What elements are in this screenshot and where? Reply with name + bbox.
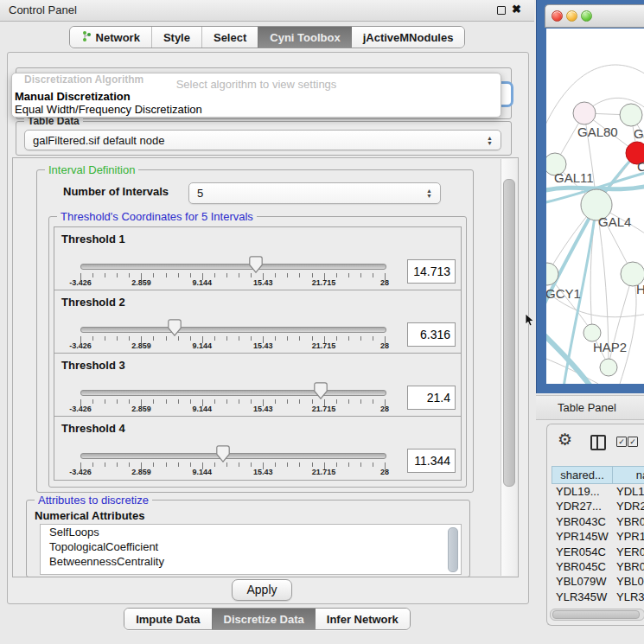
dropdown-placeholder-item[interactable]: Select algorithm to view settings [12, 78, 501, 91]
threshold-value-input[interactable] [407, 259, 456, 284]
table-cell[interactable]: YBR043C [552, 515, 616, 528]
table-cell[interactable]: YPR145W [552, 530, 616, 543]
slider-tick [360, 399, 361, 404]
vertical-scrollbar-thumb[interactable] [503, 179, 515, 487]
table-row: YIL052CYIL052C [552, 605, 644, 607]
table-cell[interactable]: YBR045C [616, 560, 644, 573]
checkbox-b-icon[interactable]: ✓ [628, 437, 638, 447]
number-of-intervals-combobox[interactable]: 5 ▲▼ [188, 182, 441, 204]
slider-tick [178, 462, 179, 467]
slider-tick [251, 462, 252, 467]
table-cell[interactable]: YDR27... [552, 500, 616, 513]
table-cell[interactable]: YIL052C [552, 605, 616, 607]
table-cell[interactable]: YIL052C [616, 605, 644, 607]
slider-tick [299, 399, 300, 404]
horizontal-scrollbar-thumb[interactable] [552, 610, 640, 619]
table-cell[interactable]: YBL079W [616, 575, 644, 588]
table-cell[interactable]: YER054C [552, 545, 616, 558]
slider-thumb[interactable] [168, 319, 182, 340]
apply-button[interactable]: Apply [232, 579, 292, 601]
slider-thumb[interactable] [216, 445, 230, 466]
slider-tick [92, 273, 93, 277]
slider-tick [226, 462, 227, 467]
table-row: YBR045CYBR045C [552, 560, 644, 575]
column-header[interactable]: shared... [552, 466, 613, 484]
slider-track[interactable] [80, 390, 386, 396]
table-row: YBL079WYBL079W [552, 575, 644, 590]
threshold-label: Threshold 3 [61, 359, 125, 372]
network-window-titlebar[interactable] [545, 4, 644, 28]
numerical-attributes-list[interactable]: SelfLoopsTopologicalCoefficientBetweenne… [40, 524, 462, 575]
dropdown-item-manual-discretization[interactable]: Manual Discretization [15, 90, 497, 103]
tab-impute-data[interactable]: Impute Data [124, 609, 211, 629]
threshold-value-input[interactable] [407, 386, 456, 410]
tab-cyni-toolbox[interactable]: Cyni Toolbox [258, 27, 351, 48]
slider-tick [299, 462, 300, 467]
close-icon[interactable]: ✖ [512, 3, 521, 16]
slider-tick [239, 336, 239, 341]
network-node[interactable] [573, 102, 596, 124]
slider-thumb[interactable] [314, 382, 328, 403]
minimize-traffic-light-icon[interactable] [566, 10, 577, 22]
attribute-list-item[interactable]: BetweennessCentrality [41, 554, 461, 569]
network-node[interactable] [600, 359, 617, 376]
tab-infer-network[interactable]: Infer Network [316, 609, 410, 629]
slider-track[interactable] [80, 453, 386, 459]
horizontal-scrollbar[interactable] [550, 609, 644, 621]
attribute-list-item[interactable]: TopologicalCoefficient [41, 539, 461, 554]
slider-tick [287, 336, 288, 341]
table-cell[interactable]: YLR345W [552, 590, 616, 603]
network-canvas[interactable]: GAL80GACGAL11GAL4GCY1HHAP2 [546, 29, 644, 384]
table-cell[interactable]: YBR043C [616, 515, 644, 528]
threshold-value-input[interactable] [407, 449, 456, 473]
network-node[interactable] [583, 324, 601, 341]
slider-tick [251, 273, 252, 277]
slider-tick [312, 336, 313, 341]
tab-network[interactable]: Network [70, 27, 151, 48]
attributes-list-scrollbar-thumb[interactable] [448, 527, 458, 572]
slider-tick-label: 2.859 [131, 278, 151, 287]
table-cell[interactable]: YER054C [616, 545, 644, 558]
gear-icon[interactable]: ⚙ [558, 431, 572, 448]
mouse-cursor [525, 314, 535, 328]
slider-tick [348, 399, 349, 404]
threshold-value-input[interactable] [407, 322, 456, 347]
slider-tick [92, 399, 93, 404]
float-window-icon[interactable] [497, 6, 506, 15]
network-node[interactable] [620, 104, 642, 126]
slider-tick-label: 28 [380, 405, 389, 413]
attribute-list-item[interactable]: SelfLoops [41, 525, 461, 539]
slider-tick [214, 336, 215, 341]
table-cell[interactable]: YLR345W [616, 590, 644, 603]
checkbox-a-icon[interactable]: ✓ [616, 437, 627, 447]
column-header[interactable]: na... [613, 466, 644, 484]
table-cell[interactable]: YDL19... [616, 485, 644, 498]
columns-icon[interactable] [590, 435, 606, 450]
slider-tick [190, 273, 191, 277]
slider-track[interactable] [80, 327, 386, 333]
tab-select[interactable]: Select [201, 27, 258, 48]
tab-jactivemnodules[interactable]: jActiveMNodules [352, 27, 465, 48]
close-traffic-light-icon[interactable] [552, 10, 563, 22]
slider-tick-label: 2.859 [131, 468, 151, 476]
dropdown-item-equal-width-frequency[interactable]: Equal Width/Frequency Discretization [15, 103, 497, 116]
slider-track[interactable] [80, 264, 386, 270]
vertical-scrollbar[interactable] [501, 159, 516, 576]
zoom-traffic-light-icon[interactable] [581, 10, 592, 22]
table-cell[interactable]: YPR145W [616, 530, 644, 543]
table-data-combobox[interactable]: galFiltered.sif default node ▲▼ [24, 130, 501, 150]
slider-tick [336, 462, 337, 467]
slider-tick [105, 399, 105, 404]
tab-label: Impute Data [136, 613, 200, 626]
tab-style[interactable]: Style [151, 27, 201, 48]
slider-tick [166, 273, 167, 277]
slider-tick [287, 273, 288, 277]
table-cell[interactable]: YDR27... [616, 500, 644, 513]
table-cell[interactable]: YDL19... [552, 485, 616, 498]
tab-discretize-data[interactable]: Discretize Data [212, 609, 316, 629]
table-cell[interactable]: YBL079W [552, 575, 616, 588]
slider-tick [348, 273, 349, 277]
table-panel-body: ⚙ ✓ ✓ shared...na... YDL19...YDL19...YDR… [546, 424, 644, 626]
slider-tick [214, 399, 215, 404]
table-cell[interactable]: YBR045C [552, 560, 616, 573]
